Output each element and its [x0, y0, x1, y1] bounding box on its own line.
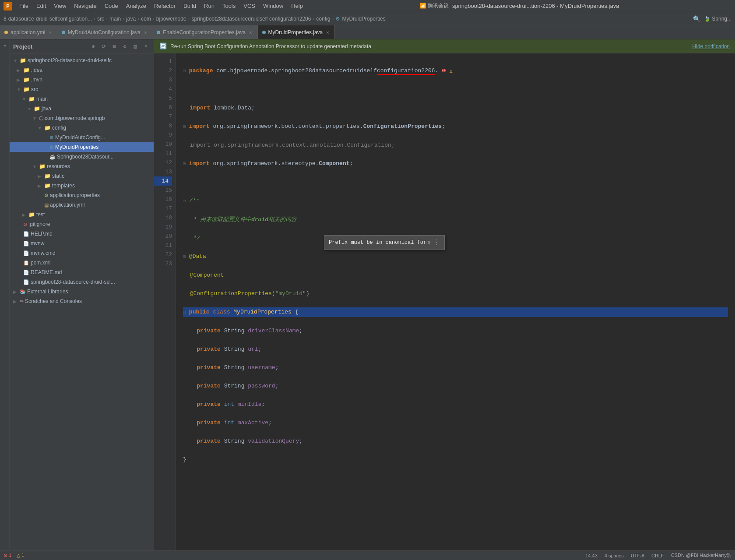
menu-refactor[interactable]: Refactor [151, 2, 179, 10]
tree-label-pom: pom.xml [31, 260, 50, 266]
breadcrumb-spring-icon: 🍃 Spring... [704, 16, 731, 22]
tab-mydruid-properties[interactable]: MyDruidProperties.java × [258, 25, 335, 39]
line-num-14: 14 [154, 176, 172, 186]
status-position[interactable]: 14:43 [585, 553, 598, 558]
tree-test[interactable]: ▶ 📁 test [10, 210, 154, 219]
tab-application-yml[interactable]: application.yml × [0, 25, 57, 39]
status-line-sep[interactable]: CRLF [651, 553, 664, 558]
line-num-2: 2 [154, 66, 172, 75]
breadcrumb-config[interactable]: config [316, 16, 330, 22]
tree-external-libraries[interactable]: ▶ 📚 External Libraries [10, 287, 154, 296]
sidebar-add-icon[interactable]: ⊕ [89, 42, 98, 51]
error-count: ⊘ 1 [4, 553, 11, 558]
menu-analyze[interactable]: Analyze [123, 2, 150, 10]
menu-help[interactable]: Help [288, 2, 306, 10]
status-bar: ⊘ 1 △ 1 14:43 4 spaces UTF-8 CRLF CSDN @… [0, 550, 735, 560]
code-line-10: */ [183, 233, 728, 243]
tree-help-md[interactable]: 📄 HELP.md [10, 229, 154, 239]
tab-close-yml[interactable]: × [48, 29, 52, 35]
sidebar-close-icon[interactable]: × [141, 42, 150, 51]
code-line-8: ⊟ /** [183, 196, 728, 206]
menu-file[interactable]: File [16, 2, 32, 10]
menu-center: 📶 腾讯会议 springboot28-datasource-drui...ti… [307, 2, 731, 10]
code-line-14: ⊟ public class MyDruidProperties { [183, 307, 728, 317]
sidebar-collapse-icon[interactable]: ⊟ [110, 42, 119, 51]
code-line-7 [183, 178, 728, 187]
tree-mvn[interactable]: ▶ 📁 .mvn [10, 75, 154, 85]
tree-resources[interactable]: ▼ 📁 resources [10, 162, 154, 171]
yml-file-icon: ▤ [44, 202, 49, 208]
tab-close-enableconfig[interactable]: × [248, 29, 253, 35]
breadcrumb-bjpowernode[interactable]: bjpowernode [156, 16, 186, 22]
breadcrumb-package[interactable]: springboot28datasourcedruidself configur… [192, 16, 311, 22]
menu-vcs[interactable]: VCS [240, 2, 259, 10]
tree-scratches[interactable]: ▶ ✏ Scratches and Consoles [10, 296, 154, 306]
code-line-3: import lombok.Data; [183, 103, 728, 113]
line-num-6: 6 [154, 103, 172, 112]
tree-mydruid-autoconfig[interactable]: ⚙ MyDruidAutoConfig... [10, 133, 154, 142]
sidebar-filter-icon[interactable]: ▤ [131, 42, 140, 51]
tree-main[interactable]: ▼ 📁 main [10, 94, 154, 104]
file-icon-mvnw-cmd: 📄 [23, 250, 29, 256]
breadcrumb-src[interactable]: src [97, 16, 104, 22]
tab-enable-config[interactable]: EnableConfigurationProperties.java × [152, 25, 257, 39]
menu-window[interactable]: Window [260, 2, 287, 10]
breadcrumb-com[interactable]: com [141, 16, 151, 22]
breadcrumb-class[interactable]: MyDruidProperties [342, 16, 385, 22]
breadcrumb-project[interactable]: 8-datasource-druid-selfconfiguration... [4, 16, 92, 22]
left-panel-icons: P [0, 39, 10, 550]
tree-app-properties[interactable]: ⚙ application.properties [10, 190, 154, 200]
menu-navigate[interactable]: Navigate [70, 2, 100, 10]
menu-tools[interactable]: Tools [219, 2, 239, 10]
menu-edit[interactable]: Edit [33, 2, 49, 10]
tree-static[interactable]: ▶ 📁 static [10, 171, 154, 181]
tree-springboot-main[interactable]: ☕ Springboot28Datasour... [10, 152, 154, 162]
menu-code[interactable]: Code [101, 2, 122, 10]
code-content[interactable]: ⊟ package com.bjpowernode.springboot28da… [176, 53, 735, 550]
breadcrumb-search-icon[interactable]: 🔍 [693, 15, 700, 22]
menu-build[interactable]: Build [180, 2, 200, 10]
tree-springboot-file[interactable]: 📄 springboot28-datasource-druid-sel... [10, 277, 154, 287]
status-encoding[interactable]: UTF-8 [631, 553, 644, 558]
tree-src[interactable]: ▼ 📁 src [10, 85, 154, 94]
sidebar-scroll-icon[interactable]: ⟳ [99, 42, 108, 51]
tree-label-src: src [31, 86, 38, 92]
tree-templates[interactable]: ▶ 📁 templates [10, 181, 154, 190]
tree-gitignore[interactable]: ⊘ .gitignore [10, 219, 154, 229]
sidebar-settings-icon[interactable]: ⚙ [120, 42, 129, 51]
file-icon-mvnw: 📄 [23, 241, 29, 247]
menu-run[interactable]: Run [200, 2, 218, 10]
tree-mvnw[interactable]: 📄 mvnw [10, 239, 154, 248]
line-num-5: 5 [154, 94, 172, 103]
folder-icon-test: 📁 [28, 211, 35, 218]
folder-icon-idea: 📁 [23, 67, 30, 73]
tab-mydruid-autoconfig[interactable]: MyDruidAutoConfiguration.java × [57, 25, 153, 39]
breadcrumb-java[interactable]: java [126, 16, 136, 22]
tree-mvnw-cmd[interactable]: 📄 mvnw.cmd [10, 248, 154, 258]
tab-close-autoconfig[interactable]: × [143, 29, 148, 35]
project-panel-icon[interactable]: P [0, 41, 9, 50]
status-indent[interactable]: 4 spaces [605, 553, 624, 558]
breadcrumb-main[interactable]: main [109, 16, 121, 22]
tree-readme[interactable]: 📄 README.md [10, 268, 154, 277]
tree-pom[interactable]: 📋 pom.xml [10, 258, 154, 268]
tree-config[interactable]: ▼ 📁 config [10, 123, 154, 133]
tree-idea[interactable]: ▶ 📁 .idea [10, 65, 154, 75]
tree-mydruid-properties[interactable]: ⚙ MyDruidProperties [10, 142, 154, 152]
tree-package[interactable]: ▼ ⬡ com.bjpowernode.springb [10, 113, 154, 123]
hide-notification-button[interactable]: Hide notification [693, 43, 730, 49]
tree-java[interactable]: ▼ 📁 java [10, 104, 154, 113]
tab-close-properties[interactable]: × [325, 29, 330, 35]
tree-label-help: HELP.md [31, 231, 53, 237]
tree-app-yml[interactable]: ▤ application.yml [10, 200, 154, 210]
sidebar-header: Project ⊕ ⟳ ⊟ ⚙ ▤ × [10, 39, 154, 54]
breadcrumb: 8-datasource-druid-selfconfiguration... … [0, 12, 735, 25]
menu-view[interactable]: View [50, 2, 70, 10]
tooltip-more-button[interactable]: ⋮ [433, 238, 440, 247]
tree-root[interactable]: ▼ 📁 springboot28-datasource-druid-selfc [10, 56, 154, 65]
code-line-2 [183, 85, 728, 94]
line-num-8: 8 [154, 121, 172, 130]
folder-icon-static: 📁 [44, 173, 51, 179]
tree-arrow-static: ▶ [38, 174, 43, 179]
line-numbers: 1 2 3 4 5 6 7 8 9 10 11 12 13 14 15 16 1… [154, 53, 176, 550]
